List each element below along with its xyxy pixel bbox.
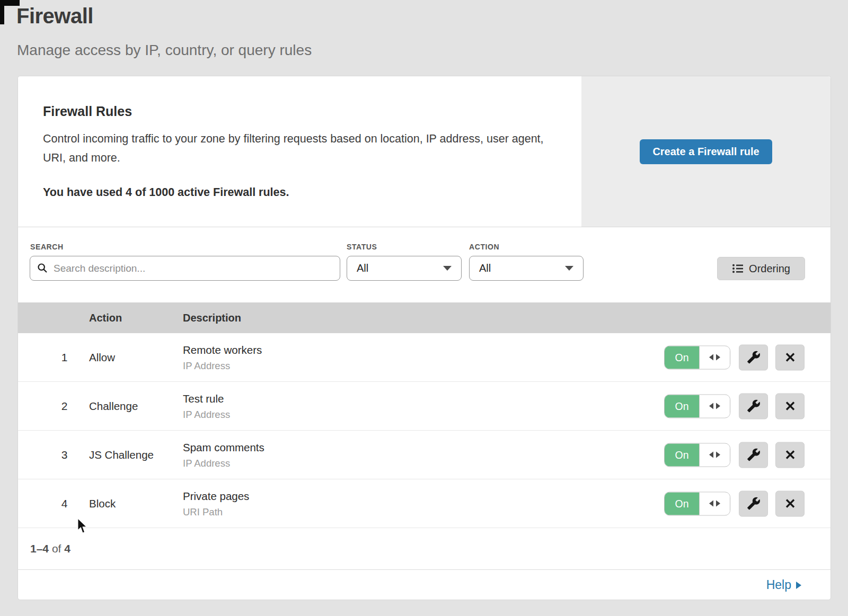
delete-rule-button[interactable] <box>775 393 805 419</box>
table-row: 1 Allow Remote workers IP Address On <box>18 333 831 382</box>
action-select[interactable]: All <box>469 256 584 281</box>
rule-description: Private pages <box>183 489 249 502</box>
status-select-value: All <box>357 262 368 274</box>
rule-controls: On <box>664 442 805 468</box>
column-header-description: Description <box>183 312 241 324</box>
wrench-icon <box>747 351 761 364</box>
card-title: Firewall Rules <box>43 104 132 119</box>
rule-priority: 4 <box>50 497 79 510</box>
create-firewall-rule-button[interactable]: Create a Firewall rule <box>640 139 772 164</box>
table-row: 3 JS Challenge Spam comments IP Address … <box>18 431 831 479</box>
rule-description: Test rule <box>183 392 230 405</box>
edit-rule-button[interactable] <box>739 344 768 370</box>
rule-action: JS Challenge <box>89 449 154 461</box>
filter-bar: SEARCH STATUS All ACTION All <box>18 227 831 302</box>
firewall-rules-overview-card: Firewall Rules Control incoming traffic … <box>17 76 831 227</box>
search-field-wrap <box>30 256 340 281</box>
rule-match-field: URI Path <box>183 506 249 517</box>
toggle-arrows-icon <box>716 501 720 507</box>
rule-match-field: IP Address <box>183 457 264 469</box>
search-label: SEARCH <box>30 243 64 251</box>
delete-rule-button[interactable] <box>775 442 805 468</box>
pagination-range: 1–4 <box>30 542 49 555</box>
toggle-arrows-icon <box>716 354 720 361</box>
toggle-arrows-icon <box>709 403 713 409</box>
rule-priority: 1 <box>50 351 79 364</box>
usage-summary: You have used 4 of 1000 active Firewall … <box>43 186 289 199</box>
toggle-handle[interactable] <box>699 395 730 417</box>
toggle-handle[interactable] <box>699 346 730 369</box>
delete-rule-button[interactable] <box>775 344 805 370</box>
rule-description: Spam comments <box>183 441 264 453</box>
x-icon <box>784 400 796 412</box>
rule-action: Block <box>89 497 116 510</box>
rule-priority: 2 <box>50 400 79 413</box>
rule-priority: 3 <box>50 449 79 461</box>
rule-controls: On <box>664 344 805 370</box>
wrench-icon <box>747 497 761 511</box>
action-select-value: All <box>479 262 491 274</box>
rule-enabled-toggle[interactable]: On <box>664 394 730 418</box>
toggle-arrows-icon <box>716 403 720 409</box>
toggle-handle[interactable] <box>699 443 730 466</box>
rule-enabled-toggle[interactable]: On <box>664 345 730 369</box>
mouse-cursor <box>75 517 90 537</box>
table-header: Action Description <box>18 302 831 333</box>
x-icon <box>784 449 796 461</box>
pagination-of: of <box>52 542 64 555</box>
rule-match-field: IP Address <box>183 360 262 371</box>
rules-table-body: 1 Allow Remote workers IP Address On <box>18 333 831 528</box>
delete-rule-button[interactable] <box>775 490 805 516</box>
toggle-on-label: On <box>665 492 699 515</box>
firewall-rules-list-card: SEARCH STATUS All ACTION All <box>17 227 831 600</box>
rule-enabled-toggle[interactable]: On <box>664 443 730 467</box>
table-row: 4 Block Private pages URI Path On <box>18 479 831 528</box>
page-title: Firewall <box>16 4 93 28</box>
toggle-on-label: On <box>665 443 699 466</box>
wrench-icon <box>747 399 761 413</box>
create-rule-panel: Create a Firewall rule <box>581 76 831 227</box>
toggle-arrows-icon <box>709 452 713 458</box>
rule-description: Remote workers <box>183 343 262 356</box>
screen-corner-artifact <box>0 0 4 24</box>
card-description: Control incoming traffic to your zone by… <box>43 129 549 167</box>
edit-rule-button[interactable] <box>739 442 768 468</box>
ordering-list-icon <box>732 263 744 274</box>
help-bar: Help <box>18 569 831 600</box>
toggle-arrows-icon <box>709 501 713 507</box>
help-arrow-icon <box>796 582 801 589</box>
toggle-on-label: On <box>665 346 699 369</box>
rule-controls: On <box>664 490 805 516</box>
toggle-arrows-icon <box>709 354 713 361</box>
rule-enabled-toggle[interactable]: On <box>664 492 730 515</box>
edit-rule-button[interactable] <box>739 490 768 516</box>
action-label: ACTION <box>469 243 499 251</box>
help-link-label: Help <box>766 578 791 592</box>
rule-description-cell: Private pages URI Path <box>183 489 249 517</box>
status-select[interactable]: All <box>347 256 462 281</box>
edit-rule-button[interactable] <box>739 393 768 419</box>
pagination-bar: 1–4 of 4 <box>18 528 831 569</box>
ordering-button-label: Ordering <box>749 263 790 275</box>
search-icon <box>37 263 48 273</box>
toggle-handle[interactable] <box>699 492 730 515</box>
status-label: STATUS <box>347 243 377 251</box>
chevron-down-icon <box>443 266 452 271</box>
toggle-on-label: On <box>665 395 699 417</box>
rule-controls: On <box>664 393 805 419</box>
x-icon <box>784 498 796 510</box>
search-input[interactable] <box>30 256 340 281</box>
table-row: 2 Challenge Test rule IP Address On <box>18 382 831 431</box>
x-icon <box>784 352 796 363</box>
rule-description-cell: Spam comments IP Address <box>183 441 264 469</box>
page-subtitle: Manage access by IP, country, or query r… <box>17 42 312 59</box>
pagination-text: 1–4 of 4 <box>30 542 70 555</box>
wrench-icon <box>747 448 761 462</box>
rule-match-field: IP Address <box>183 408 230 420</box>
pagination-total: 4 <box>64 542 70 555</box>
rule-action: Allow <box>89 351 115 364</box>
help-link[interactable]: Help <box>766 578 801 592</box>
ordering-button[interactable]: Ordering <box>717 257 805 280</box>
column-header-action: Action <box>89 312 122 324</box>
rule-description-cell: Remote workers IP Address <box>183 343 262 371</box>
